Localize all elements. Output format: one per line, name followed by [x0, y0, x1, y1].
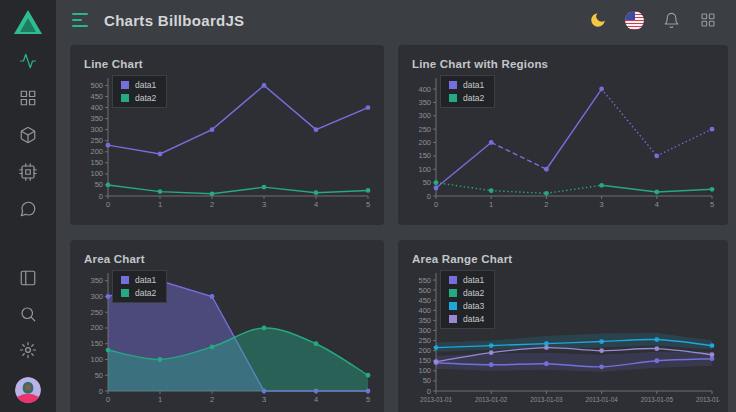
svg-text:2: 2 — [210, 200, 214, 209]
page-title: Charts BillboardJS — [104, 12, 244, 29]
legend-entry[interactable]: data1 — [449, 80, 484, 90]
svg-text:550: 550 — [418, 276, 431, 285]
svg-text:350: 350 — [90, 114, 103, 123]
svg-text:0: 0 — [427, 387, 431, 396]
chart-legend: data1data2data3data4 — [440, 270, 495, 329]
svg-text:300: 300 — [418, 111, 431, 120]
legend-entry[interactable]: data2 — [121, 288, 156, 298]
settings-gear-icon[interactable] — [19, 341, 37, 359]
svg-text:0: 0 — [99, 387, 103, 396]
svg-text:400: 400 — [90, 103, 103, 112]
chat-bubble-icon[interactable] — [19, 200, 37, 218]
user-avatar[interactable] — [15, 377, 41, 403]
svg-text:2013-01-02: 2013-01-02 — [475, 396, 508, 403]
apps-grid-icon[interactable] — [698, 10, 718, 30]
svg-text:450: 450 — [418, 296, 431, 305]
svg-text:2013-01-03: 2013-01-03 — [530, 396, 563, 403]
svg-text:5: 5 — [366, 395, 370, 404]
svg-text:50: 50 — [95, 180, 103, 189]
activity-icon[interactable] — [19, 52, 37, 70]
legend-label: data1 — [135, 80, 156, 90]
search-icon[interactable] — [19, 305, 37, 323]
svg-text:50: 50 — [95, 371, 103, 380]
svg-text:0: 0 — [106, 395, 110, 404]
legend-swatch — [449, 276, 457, 284]
us-flag-language-icon[interactable] — [625, 11, 644, 30]
svg-text:200: 200 — [418, 346, 431, 355]
svg-text:4: 4 — [314, 395, 318, 404]
svg-text:50: 50 — [423, 376, 431, 385]
legend-label: data1 — [463, 80, 484, 90]
svg-text:200: 200 — [90, 323, 103, 332]
main-area: Charts BillboardJS Line Chart 0501001502… — [56, 0, 736, 412]
moon-theme-icon[interactable] — [588, 10, 608, 30]
svg-text:0: 0 — [99, 192, 103, 201]
svg-text:400: 400 — [418, 85, 431, 94]
svg-text:500: 500 — [418, 286, 431, 295]
svg-text:0: 0 — [434, 200, 438, 209]
svg-text:4: 4 — [655, 200, 659, 209]
legend-label: data3 — [463, 301, 484, 311]
svg-text:100: 100 — [90, 355, 103, 364]
legend-entry[interactable]: data2 — [449, 93, 484, 103]
svg-text:2013-01-06: 2013-01-06 — [696, 396, 720, 403]
legend-entry[interactable]: data2 — [449, 288, 484, 298]
legend-swatch — [449, 302, 457, 310]
svg-text:50: 50 — [423, 178, 431, 187]
svg-text:150: 150 — [90, 339, 103, 348]
bell-notifications-icon[interactable] — [661, 10, 681, 30]
svg-text:500: 500 — [90, 81, 103, 90]
svg-text:350: 350 — [90, 276, 103, 285]
sidebar — [0, 0, 56, 412]
line-chart[interactable]: 050100150200250300350400450500012345data… — [78, 74, 376, 214]
svg-text:250: 250 — [418, 125, 431, 134]
card-line-chart-regions: Line Chart with Regions 0501001502002503… — [398, 45, 728, 225]
svg-text:0: 0 — [427, 192, 431, 201]
card-line-chart: Line Chart 05010015020025030035040045050… — [70, 45, 384, 225]
legend-label: data1 — [135, 275, 156, 285]
legend-entry[interactable]: data1 — [121, 80, 156, 90]
area-chart[interactable]: 050100150200250300350012345data1data2 — [78, 269, 376, 409]
legend-entry[interactable]: data2 — [121, 93, 156, 103]
legend-entry[interactable]: data1 — [449, 275, 484, 285]
svg-text:300: 300 — [90, 292, 103, 301]
svg-text:250: 250 — [418, 336, 431, 345]
legend-label: data2 — [135, 288, 156, 298]
svg-text:5: 5 — [710, 200, 714, 209]
area-range-chart[interactable]: 0501001502002503003504004505005502013-01… — [406, 269, 720, 409]
svg-text:300: 300 — [90, 125, 103, 134]
legend-entry[interactable]: data4 — [449, 314, 484, 324]
hamburger-menu-icon[interactable] — [72, 13, 90, 27]
legend-swatch — [121, 81, 129, 89]
chart-legend: data1data2 — [112, 270, 167, 303]
line-chart-with-regions[interactable]: 050100150200250300350400012345data1data2 — [406, 74, 720, 214]
svg-text:1: 1 — [158, 395, 162, 404]
legend-swatch — [449, 94, 457, 102]
svg-text:100: 100 — [90, 169, 103, 178]
svg-text:3: 3 — [600, 200, 604, 209]
legend-entry[interactable]: data3 — [449, 301, 484, 311]
svg-text:450: 450 — [90, 92, 103, 101]
svg-text:1: 1 — [158, 200, 162, 209]
svg-text:2: 2 — [210, 395, 214, 404]
app-logo-icon[interactable] — [11, 6, 45, 38]
legend-entry[interactable]: data1 — [121, 275, 156, 285]
svg-text:2013-01-01: 2013-01-01 — [420, 396, 453, 403]
svg-text:350: 350 — [418, 98, 431, 107]
chart-legend: data1data2 — [112, 75, 167, 108]
cpu-chip-icon[interactable] — [19, 163, 37, 181]
svg-text:250: 250 — [90, 136, 103, 145]
svg-text:2013-01-04: 2013-01-04 — [585, 396, 618, 403]
package-box-icon[interactable] — [19, 126, 37, 144]
svg-text:200: 200 — [418, 138, 431, 147]
legend-swatch — [449, 289, 457, 297]
svg-text:300: 300 — [418, 326, 431, 335]
legend-label: data1 — [463, 275, 484, 285]
layout-panel-icon[interactable] — [19, 269, 37, 287]
svg-text:100: 100 — [418, 366, 431, 375]
legend-swatch — [449, 315, 457, 323]
dashboard-grid-icon[interactable] — [19, 89, 37, 107]
svg-text:150: 150 — [418, 151, 431, 160]
legend-label: data2 — [463, 288, 484, 298]
charts-grid: Line Chart 05010015020025030035040045050… — [56, 40, 736, 412]
